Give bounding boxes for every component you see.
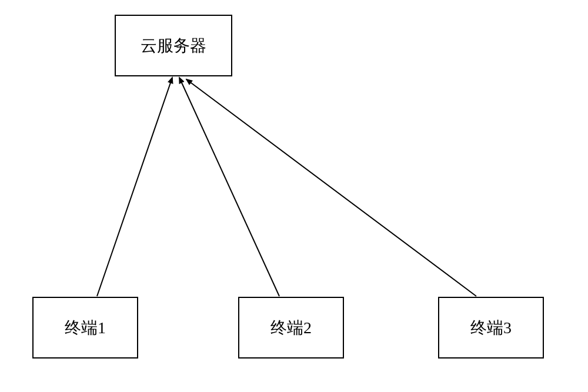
architecture-diagram: 云服务器 终端1 终端2 终端3: [0, 0, 588, 392]
terminal-node-3: 终端3: [438, 297, 544, 359]
terminal-2-label: 终端2: [270, 317, 312, 339]
terminal-1-label: 终端1: [65, 317, 106, 339]
cloud-server-node: 云服务器: [115, 15, 232, 76]
terminal-node-1: 终端1: [32, 297, 138, 359]
cloud-server-label: 云服务器: [141, 35, 206, 57]
terminal-node-2: 终端2: [238, 297, 344, 359]
terminal-3-label: 终端3: [470, 317, 512, 339]
line-terminal-3-to-server: [186, 79, 476, 296]
line-terminal-2-to-server: [179, 78, 279, 296]
line-terminal-1-to-server: [97, 78, 172, 296]
